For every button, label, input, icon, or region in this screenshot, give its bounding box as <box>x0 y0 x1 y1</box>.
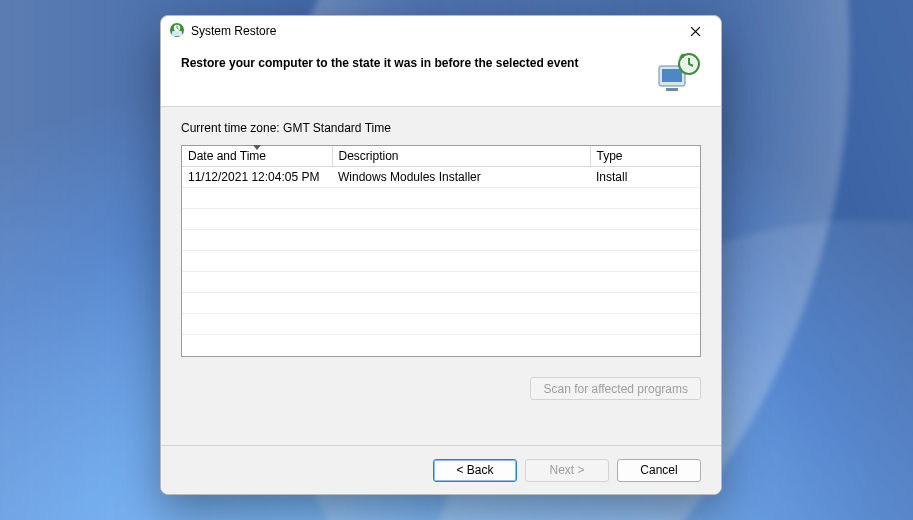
table-row: . <box>182 209 700 230</box>
svg-rect-1 <box>172 31 182 36</box>
back-button[interactable]: < Back <box>433 459 517 482</box>
cell-datetime: 11/12/2021 12:04:05 PM <box>182 167 332 188</box>
timezone-label: Current time zone: GMT Standard Time <box>181 121 701 135</box>
svg-rect-5 <box>662 69 682 82</box>
wizard-body: Current time zone: GMT Standard Time Dat… <box>161 107 721 445</box>
cell-type: Install <box>590 167 700 188</box>
wizard-header: Restore your computer to the state it wa… <box>161 46 721 107</box>
table-row[interactable]: 11/12/2021 12:04:05 PM Windows Modules I… <box>182 167 700 188</box>
titlebar: System Restore <box>161 16 721 46</box>
sort-desc-icon <box>253 145 261 150</box>
scan-affected-button[interactable]: Scan for affected programs <box>530 377 701 400</box>
restore-points-table[interactable]: Date and Time Description Type 11/12/202… <box>181 145 701 357</box>
system-restore-dialog: System Restore Restore your computer to … <box>160 15 722 495</box>
table-row: . <box>182 293 700 314</box>
table-row: . <box>182 251 700 272</box>
table-row: . <box>182 188 700 209</box>
cell-description: Windows Modules Installer <box>332 167 590 188</box>
table-row: . <box>182 314 700 335</box>
cancel-button[interactable]: Cancel <box>617 459 701 482</box>
next-button[interactable]: Next > <box>525 459 609 482</box>
restore-hero-icon <box>657 52 701 92</box>
page-heading: Restore your computer to the state it wa… <box>181 56 643 70</box>
window-title: System Restore <box>191 24 276 38</box>
wizard-footer: < Back Next > Cancel <box>161 445 721 494</box>
close-button[interactable] <box>679 19 711 43</box>
close-icon <box>690 26 701 37</box>
column-header-datetime[interactable]: Date and Time <box>182 146 332 167</box>
svg-rect-4 <box>666 88 678 91</box>
restore-icon <box>169 22 185 41</box>
column-header-description[interactable]: Description <box>332 146 590 167</box>
table-row: . <box>182 272 700 293</box>
column-header-type[interactable]: Type <box>590 146 700 167</box>
table-row: . <box>182 230 700 251</box>
